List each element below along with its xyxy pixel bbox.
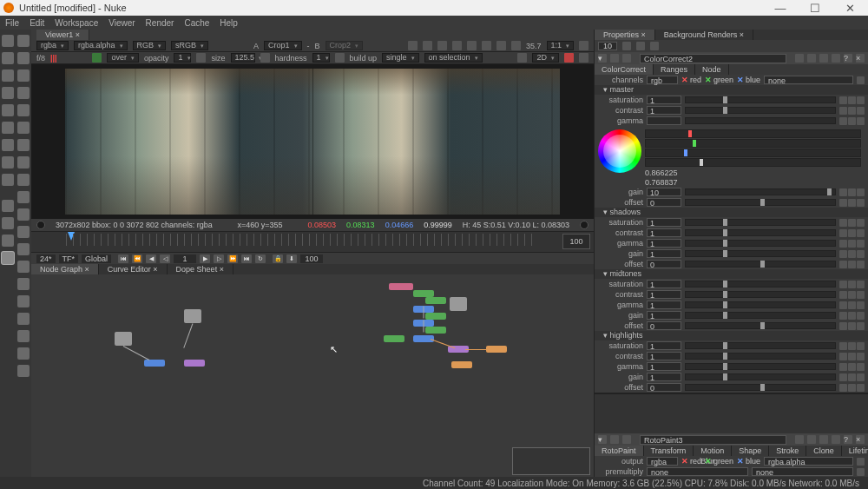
menu-viewer[interactable]: Viewer xyxy=(108,18,135,28)
anim-icon[interactable] xyxy=(857,322,865,330)
cusp-icon[interactable] xyxy=(17,330,30,342)
grade-node[interactable] xyxy=(425,297,446,304)
anim-icon[interactable] xyxy=(848,322,856,330)
blend-dropdown[interactable]: over xyxy=(107,53,139,63)
bspline-icon[interactable] xyxy=(17,87,30,99)
anim-icon[interactable] xyxy=(848,291,856,299)
overscan-icon[interactable] xyxy=(517,53,527,63)
maximize-button[interactable]: ☐ xyxy=(804,2,826,15)
anim-icon[interactable] xyxy=(839,373,847,381)
grade-node[interactable] xyxy=(425,313,446,320)
node-color-icon[interactable] xyxy=(610,54,619,63)
anim-icon[interactable] xyxy=(839,240,847,248)
gain-g-slider[interactable] xyxy=(645,139,861,148)
anim-icon[interactable] xyxy=(848,353,856,360)
properties-max-field[interactable] xyxy=(598,42,617,50)
anim-icon[interactable] xyxy=(839,250,847,258)
gamma-g-value[interactable]: 0.768837 xyxy=(645,178,687,187)
tab-properties[interactable]: Properties × xyxy=(595,30,655,40)
node-color-icon[interactable] xyxy=(610,435,619,444)
redo-icon[interactable] xyxy=(807,435,816,444)
gain-a-slider[interactable] xyxy=(645,158,861,167)
mid-sat-slider[interactable] xyxy=(685,281,836,287)
b-input-dropdown[interactable]: Crop2 xyxy=(326,41,364,50)
anim-icon[interactable] xyxy=(857,188,865,196)
invert-icon[interactable] xyxy=(857,458,865,466)
anim-icon[interactable] xyxy=(848,219,856,227)
anim-icon[interactable] xyxy=(848,373,856,381)
mid-con-value[interactable]: 1 xyxy=(647,290,681,299)
anim-icon[interactable] xyxy=(857,107,865,115)
bezier-icon[interactable] xyxy=(17,69,30,82)
gain-slider[interactable] xyxy=(685,188,836,195)
output-dropdown[interactable]: rgba xyxy=(647,457,678,466)
anim-icon[interactable] xyxy=(839,261,847,268)
subtab-colorcorrect[interactable]: ColorCorrect xyxy=(595,64,654,75)
step-back-button[interactable]: ◀ xyxy=(146,254,156,263)
clip-tool-icon[interactable] xyxy=(2,174,14,186)
undo-icon[interactable] xyxy=(795,435,804,444)
con-value[interactable]: 1 xyxy=(647,106,681,115)
tab-dope-sheet[interactable]: Dope Sheet × xyxy=(168,264,233,274)
menu-file[interactable]: File xyxy=(5,18,19,28)
anim-icon[interactable] xyxy=(857,219,865,227)
play-back-button[interactable]: ◁ xyxy=(160,254,170,263)
rectangle-icon[interactable] xyxy=(17,122,30,134)
viewer-settings-icon[interactable] xyxy=(579,53,589,63)
premult-dropdown[interactable]: none xyxy=(647,467,748,476)
node-name-field[interactable]: RotoPaint3 xyxy=(640,435,786,445)
wipe-tool-icon[interactable] xyxy=(2,122,14,134)
goto-end-button[interactable]: ⏭ xyxy=(241,254,252,263)
menu-help[interactable]: Help xyxy=(220,18,238,28)
crop-tool-icon[interactable] xyxy=(2,104,14,116)
proxy-icon[interactable] xyxy=(437,41,447,50)
ip-icon[interactable] xyxy=(452,41,462,50)
mid-gam-value[interactable]: 1 xyxy=(647,301,681,309)
chk-green[interactable]: ✕green xyxy=(705,457,733,466)
timeline-end-field[interactable]: 100 xyxy=(562,234,590,249)
lut-dropdown[interactable]: sRGB xyxy=(171,41,208,50)
center-node-icon[interactable] xyxy=(622,435,631,444)
anim-icon[interactable] xyxy=(857,291,865,299)
hi-sat-value[interactable]: 1 xyxy=(647,341,681,350)
subtab-motionblur[interactable]: Motion Blur xyxy=(694,446,732,456)
anim-icon[interactable] xyxy=(857,312,865,320)
anim-icon[interactable] xyxy=(839,291,847,299)
hi-off-slider[interactable] xyxy=(685,384,836,391)
redo-icon[interactable] xyxy=(807,54,816,63)
subtab-ranges[interactable]: Ranges xyxy=(654,64,695,75)
anim-icon[interactable] xyxy=(857,96,865,104)
anim-icon[interactable] xyxy=(839,117,847,125)
anim-icon[interactable] xyxy=(839,107,847,115)
settings-icon[interactable] xyxy=(579,41,589,50)
anim-icon[interactable] xyxy=(848,240,856,248)
view-mode-dropdown[interactable]: 2D xyxy=(532,53,559,63)
collapse-icon[interactable]: ▾ xyxy=(598,435,607,444)
revert-icon[interactable] xyxy=(819,435,828,444)
fps-dropdown[interactable]: 24* xyxy=(36,254,56,263)
gam-slider[interactable] xyxy=(685,117,836,124)
anim-icon[interactable] xyxy=(857,250,865,258)
reveal-icon[interactable] xyxy=(17,191,30,203)
buildup-icon[interactable] xyxy=(335,53,345,63)
subtab-transform[interactable]: Transform xyxy=(644,446,694,456)
menu-cache[interactable]: Cache xyxy=(184,18,209,28)
loop-button[interactable]: ↻ xyxy=(255,254,266,263)
shd-off-value[interactable]: 0 xyxy=(647,260,681,268)
menu-workspace[interactable]: Workspace xyxy=(55,18,98,28)
gamma-tool-icon[interactable] xyxy=(2,156,14,169)
anim-icon[interactable] xyxy=(839,219,847,227)
hi-sat-slider[interactable] xyxy=(685,342,836,349)
anim-icon[interactable] xyxy=(848,96,856,104)
layer-dropdown[interactable]: rgba.alpha xyxy=(74,41,128,50)
revert-icon[interactable] xyxy=(819,54,828,63)
shadows-section[interactable]: ▾ shadows xyxy=(595,208,868,217)
subtab-clone[interactable]: Clone xyxy=(806,446,842,456)
anim-icon[interactable] xyxy=(848,342,856,350)
anim-icon[interactable] xyxy=(848,281,856,288)
minimize-button[interactable]: — xyxy=(769,2,792,15)
anim-icon[interactable] xyxy=(848,250,856,258)
remove-point-icon[interactable] xyxy=(17,313,30,325)
close-panel-icon[interactable]: × xyxy=(856,435,865,444)
anim-icon[interactable] xyxy=(839,353,847,360)
